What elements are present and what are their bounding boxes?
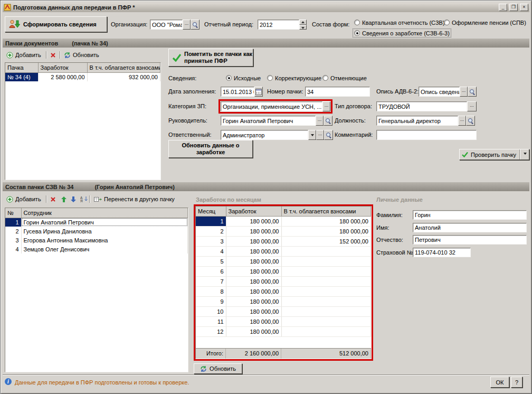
earned-cell[interactable]: 180 000,00 bbox=[226, 256, 281, 266]
manager-field[interactable]: Горин Анатолий Петрович bbox=[221, 116, 316, 126]
responsible-field[interactable]: Администратор bbox=[221, 130, 308, 140]
monthly-row[interactable]: 10180 000,00 bbox=[196, 306, 371, 316]
maximize-button[interactable]: ❐ bbox=[509, 4, 518, 11]
radio-form-pension-label[interactable]: Оформление пенсии (СПВ) bbox=[452, 20, 526, 26]
employee-num-cell[interactable]: 2 bbox=[5, 227, 21, 236]
radio-selected-icon[interactable] bbox=[226, 75, 232, 81]
manager-search-button[interactable] bbox=[324, 116, 332, 126]
move-to-pack-button[interactable]: Перенести в другую пачку bbox=[92, 194, 176, 204]
monthly-row[interactable]: 2180 000,00180 000,00 bbox=[196, 226, 371, 236]
employee-num-cell[interactable]: 1 bbox=[5, 218, 21, 227]
move-up-button[interactable] bbox=[60, 194, 68, 204]
radio-form-earnings[interactable]: Сведения о заработке (СЗВ-6-3) bbox=[353, 29, 451, 37]
month-cell[interactable]: 11 bbox=[196, 316, 226, 326]
inventory-field[interactable]: Опись сведени... bbox=[419, 87, 460, 97]
taxed-cell[interactable] bbox=[281, 316, 371, 326]
radio-icon[interactable] bbox=[354, 20, 360, 25]
employees-col-name[interactable]: Сотрудник bbox=[21, 208, 188, 218]
radio-info-original-label[interactable]: Исходные bbox=[234, 75, 261, 81]
insurance-field[interactable]: 119-074-010 32 bbox=[413, 248, 471, 257]
month-cell[interactable]: 12 bbox=[196, 326, 226, 336]
spin-down-icon[interactable] bbox=[299, 25, 307, 30]
radio-icon[interactable] bbox=[322, 75, 328, 81]
employees-col-num[interactable]: № bbox=[5, 208, 21, 218]
employee-row[interactable]: 3 Егорова Антонина Максимовна bbox=[5, 236, 188, 245]
inventory-ellipsis-button[interactable] bbox=[460, 87, 468, 97]
organization-field[interactable]: ООО "Ромаш... bbox=[150, 20, 183, 30]
monthly-col-earned[interactable]: Заработок bbox=[226, 207, 281, 216]
month-cell[interactable]: 10 bbox=[196, 306, 226, 316]
responsible-search-button[interactable] bbox=[324, 130, 333, 140]
earned-cell[interactable]: 180 000,00 bbox=[226, 226, 281, 236]
firstname-field[interactable]: Анатолий bbox=[413, 223, 527, 232]
month-cell[interactable]: 5 bbox=[196, 256, 226, 266]
employee-name-cell[interactable]: Гусева Ирина Даниловна bbox=[21, 227, 188, 236]
move-down-button[interactable] bbox=[69, 194, 78, 204]
monthly-row[interactable]: 11180 000,00 bbox=[196, 316, 371, 326]
packs-add-button[interactable]: Добавить bbox=[5, 50, 43, 60]
earned-cell[interactable]: 180 000,00 bbox=[226, 216, 281, 226]
generate-data-button[interactable]: Сформировать сведения bbox=[5, 16, 107, 32]
earned-cell[interactable]: 180 000,00 bbox=[226, 316, 281, 326]
ok-button[interactable]: ОК bbox=[490, 377, 509, 388]
taxed-cell[interactable] bbox=[281, 306, 371, 316]
monthly-row[interactable]: 8180 000,00 bbox=[196, 286, 371, 296]
taxed-cell[interactable]: 180 000,00 bbox=[281, 216, 371, 226]
employee-num-cell[interactable]: 3 bbox=[5, 236, 21, 245]
close-button[interactable]: × bbox=[520, 4, 528, 11]
packs-col-pack[interactable]: Пачка bbox=[5, 63, 38, 72]
taxed-cell[interactable]: 152 000,00 bbox=[281, 236, 371, 246]
monthly-row[interactable]: 4180 000,00 bbox=[196, 246, 371, 256]
manager-ellipsis-button[interactable] bbox=[316, 116, 324, 126]
employee-num-cell[interactable]: 4 bbox=[5, 245, 21, 254]
month-cell[interactable]: 4 bbox=[196, 246, 226, 256]
earned-cell[interactable]: 180 000,00 bbox=[226, 276, 281, 286]
monthly-col-month[interactable]: Месяц bbox=[196, 207, 226, 216]
month-cell[interactable]: 7 bbox=[196, 276, 226, 286]
earned-cell[interactable]: 180 000,00 bbox=[226, 266, 281, 276]
taxed-cell[interactable] bbox=[281, 246, 371, 256]
app-icon[interactable] bbox=[4, 4, 11, 11]
radio-form-quarterly[interactable]: Квартальная отчетность (СЗВ) bbox=[353, 18, 446, 26]
sort-button[interactable]: АЯ bbox=[79, 194, 90, 204]
taxed-cell[interactable] bbox=[281, 296, 371, 306]
taxed-cell[interactable] bbox=[281, 326, 371, 336]
category-ellipsis-button[interactable] bbox=[322, 101, 330, 111]
position-field[interactable]: Генеральный директор bbox=[376, 116, 458, 126]
packs-col-taxed[interactable]: В т.ч. облагается взносами bbox=[87, 63, 160, 72]
contract-field[interactable]: ТРУДОВОЙ bbox=[376, 101, 467, 111]
pack-cell[interactable]: № 34 (4) bbox=[5, 72, 38, 81]
radio-info-original[interactable]: Исходные bbox=[225, 74, 262, 82]
employee-row[interactable]: 1 Горин Анатолий Петрович bbox=[5, 218, 188, 227]
radio-icon[interactable] bbox=[267, 75, 273, 81]
position-ellipsis-button[interactable] bbox=[458, 116, 466, 126]
packs-refresh-button[interactable]: Обновить bbox=[62, 50, 101, 60]
employee-name-cell[interactable]: Егорова Антонина Максимовна bbox=[21, 236, 188, 245]
employee-name-cell[interactable]: Горин Анатолий Петрович bbox=[21, 218, 188, 227]
month-cell[interactable]: 6 bbox=[196, 266, 226, 276]
earned-cell[interactable]: 180 000,00 bbox=[226, 296, 281, 306]
chevron-down-icon[interactable] bbox=[524, 153, 527, 156]
responsible-ellipsis-button[interactable] bbox=[316, 130, 324, 140]
organization-search-button[interactable] bbox=[191, 20, 200, 30]
radio-info-cancelling-label[interactable]: Отменяющие bbox=[330, 75, 367, 81]
radio-form-earnings-label[interactable]: Сведения о заработке (СЗВ-6-3) bbox=[362, 30, 450, 36]
pack-taxed-cell[interactable]: 932 000,00 bbox=[87, 72, 160, 81]
earned-cell[interactable]: 180 000,00 bbox=[226, 326, 281, 336]
period-field[interactable]: 2012 bbox=[258, 20, 299, 30]
calendar-button[interactable] bbox=[254, 87, 263, 97]
pack-number-field[interactable]: 34 bbox=[305, 87, 370, 97]
spin-up-icon[interactable] bbox=[299, 20, 307, 25]
check-pack-button[interactable]: Проверить пачку bbox=[459, 149, 529, 160]
monthly-row[interactable]: 5180 000,00 bbox=[196, 256, 371, 266]
period-spinner[interactable] bbox=[299, 20, 307, 30]
radio-info-cancelling[interactable]: Отменяющие bbox=[321, 74, 368, 82]
month-cell[interactable]: 1 bbox=[196, 216, 226, 226]
pack-earned-cell[interactable]: 2 580 000,00 bbox=[38, 72, 87, 81]
taxed-cell[interactable] bbox=[281, 256, 371, 266]
monthly-row[interactable]: 9180 000,00 bbox=[196, 296, 371, 306]
earned-cell[interactable]: 180 000,00 bbox=[226, 306, 281, 316]
packs-table-row[interactable]: № 34 (4) 2 580 000,00 932 000,00 bbox=[5, 72, 160, 81]
mark-all-packs-button[interactable]: Пометить все пачки как принятые ПФР bbox=[168, 49, 253, 67]
inventory-search-button[interactable] bbox=[468, 87, 477, 97]
